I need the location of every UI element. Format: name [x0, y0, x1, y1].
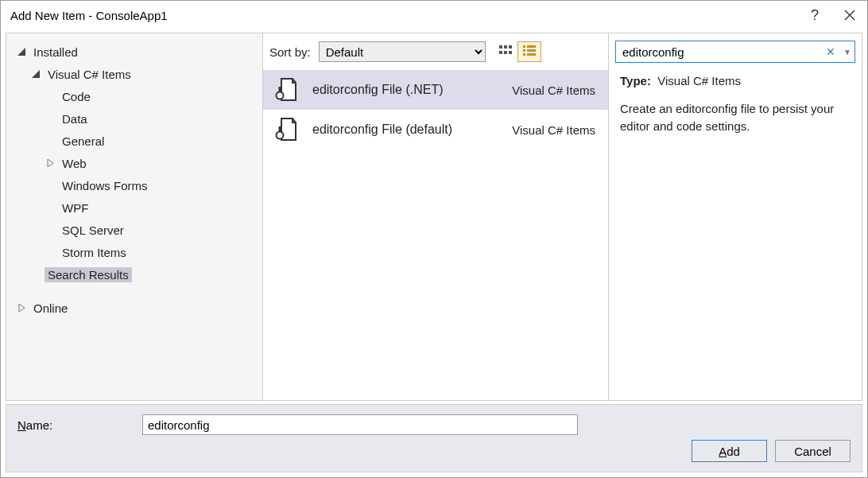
sort-dropdown[interactable]: Default	[319, 41, 486, 62]
sort-label: Sort by:	[269, 45, 311, 59]
svg-rect-15	[527, 53, 536, 56]
tree-item-wpf[interactable]: WPF	[6, 196, 262, 219]
tree-label: Online	[30, 301, 71, 316]
triangle-right-icon	[16, 304, 27, 312]
triangle-down-icon	[30, 70, 41, 78]
tree-item-search-results[interactable]: Search Results	[6, 263, 262, 286]
search-dropdown-button[interactable]: ▼	[840, 41, 854, 62]
tree-label: WPF	[59, 200, 91, 216]
svg-rect-13	[527, 49, 536, 52]
add-button[interactable]: Add	[692, 440, 767, 462]
svg-rect-4	[499, 45, 502, 49]
svg-rect-9	[509, 51, 512, 54]
clear-icon: ✕	[826, 45, 835, 58]
detail-description: Create an editorconfig file to persist y…	[620, 100, 851, 135]
view-grid-button[interactable]	[494, 41, 517, 62]
template-category: Visual C# Items	[512, 84, 595, 97]
tree-item-visual-csharp[interactable]: Visual C# Items	[6, 63, 262, 85]
tree-label: Data	[59, 111, 91, 126]
tree-item-installed[interactable]: Installed	[6, 41, 262, 63]
triangle-down-icon	[16, 48, 27, 56]
svg-rect-12	[523, 49, 525, 52]
tree-label: Windows Forms	[59, 178, 151, 193]
search-input[interactable]	[616, 41, 821, 62]
svg-rect-8	[504, 51, 507, 54]
tree-item-general[interactable]: General	[6, 130, 262, 152]
bottom-panel: Name: Add Cancel	[6, 404, 862, 472]
tree-item-online[interactable]: Online	[6, 297, 262, 319]
svg-point-16	[277, 92, 284, 99]
list-icon	[522, 44, 537, 60]
template-name: editorconfig File (.NET)	[312, 83, 501, 97]
cancel-button[interactable]: Cancel	[775, 440, 851, 462]
tree-item-storm[interactable]: Storm Items	[6, 241, 262, 263]
template-category: Visual C# Items	[512, 123, 595, 137]
tree-label: Web	[59, 156, 90, 171]
help-button[interactable]: ?	[797, 1, 832, 29]
template-name: editorconfig File (default)	[312, 122, 501, 137]
svg-rect-14	[523, 53, 525, 56]
svg-rect-5	[504, 45, 507, 49]
category-tree: Installed Visual C# Items Code Data Gene…	[6, 33, 263, 400]
template-item[interactable]: editorconfig File (default) Visual C# It…	[263, 110, 608, 150]
tree-label: SQL Server	[59, 223, 127, 238]
triangle-right-icon	[45, 159, 56, 167]
tree-label: Search Results	[45, 267, 132, 282]
tree-label: Installed	[30, 45, 81, 60]
close-button[interactable]	[832, 1, 867, 29]
svg-rect-6	[509, 45, 512, 49]
template-item[interactable]: editorconfig File (.NET) Visual C# Items	[263, 70, 608, 110]
detail-type-value: Visual C# Items	[657, 74, 741, 87]
detail-pane: ✕ ▼ Type: Visual C# Items Create an edit…	[609, 33, 862, 400]
svg-rect-7	[499, 51, 502, 54]
clear-search-button[interactable]: ✕	[821, 41, 840, 62]
view-list-button[interactable]	[517, 41, 541, 62]
tree-item-sql[interactable]: SQL Server	[6, 219, 262, 241]
svg-point-18	[277, 132, 284, 139]
config-file-icon	[271, 75, 301, 105]
content-area: Installed Visual C# Items Code Data Gene…	[6, 33, 862, 401]
tree-label: Visual C# Items	[45, 67, 134, 82]
svg-rect-17	[279, 87, 281, 92]
chevron-down-icon: ▼	[843, 48, 851, 56]
svg-marker-1	[32, 70, 40, 78]
search-box: ✕ ▼	[615, 41, 855, 63]
sort-toolbar: Sort by: Default	[263, 33, 608, 65]
name-label: Name:	[17, 418, 133, 432]
svg-marker-2	[48, 159, 53, 167]
svg-rect-10	[523, 45, 525, 48]
template-list-pane: Sort by: Default	[263, 33, 609, 400]
name-input[interactable]	[142, 414, 578, 435]
tree-item-winforms[interactable]: Windows Forms	[6, 174, 262, 196]
svg-rect-19	[279, 126, 281, 132]
detail-type-label: Type:	[620, 74, 651, 87]
tree-item-data[interactable]: Data	[6, 107, 262, 130]
tree-label: General	[59, 134, 107, 149]
tree-item-web[interactable]: Web	[6, 152, 262, 174]
tree-label: Code	[59, 89, 94, 104]
detail-type-line: Type: Visual C# Items	[620, 74, 851, 87]
tree-label: Storm Items	[59, 245, 130, 260]
titlebar: Add New Item - ConsoleApp1 ?	[1, 1, 867, 29]
grid-icon	[498, 44, 513, 60]
template-list: editorconfig File (.NET) Visual C# Items…	[263, 65, 608, 400]
svg-rect-11	[527, 45, 536, 48]
svg-marker-0	[17, 48, 25, 56]
config-file-icon	[271, 115, 301, 145]
svg-marker-3	[19, 304, 25, 312]
window-title: Add New Item - ConsoleApp1	[10, 9, 797, 22]
tree-item-code[interactable]: Code	[6, 85, 262, 107]
